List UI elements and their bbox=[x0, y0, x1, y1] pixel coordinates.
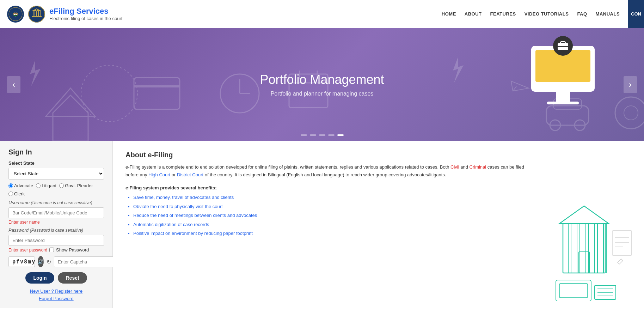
brand-text: eFiling Services Electronic filing of ca… bbox=[49, 7, 122, 21]
svg-point-33 bbox=[624, 106, 638, 120]
nav-video-tutorials[interactable]: VIDEO TUTORIALS bbox=[525, 11, 569, 17]
captcha-value: pfv8my bbox=[8, 256, 35, 267]
benefit-4: Automatic digitization of case records bbox=[133, 221, 533, 228]
nav-about[interactable]: ABOUT bbox=[465, 11, 482, 17]
benefit-2: Obviate the need to physically visit the… bbox=[133, 203, 533, 210]
illustration-panel bbox=[545, 141, 644, 308]
svg-rect-55 bbox=[556, 280, 591, 301]
svg-marker-43 bbox=[559, 206, 609, 224]
about-description: e-Filing system is a complete end to end… bbox=[125, 163, 533, 179]
radio-clerk-input[interactable] bbox=[8, 192, 13, 196]
banner-slide-title: Portfolio Management bbox=[260, 72, 384, 87]
indicator-4[interactable] bbox=[328, 134, 335, 136]
show-password-checkbox[interactable] bbox=[49, 248, 54, 252]
radio-advocate-input[interactable] bbox=[8, 183, 13, 188]
radio-govt-input[interactable] bbox=[59, 183, 64, 188]
benefits-title: e-Filing system provides several benefit… bbox=[125, 185, 533, 190]
svg-rect-47 bbox=[595, 224, 597, 273]
header-brand: 🇮🇳 eFiling Services Electronic filing of… bbox=[7, 6, 122, 23]
indicator-5[interactable] bbox=[337, 134, 344, 136]
svg-marker-24 bbox=[453, 56, 464, 83]
svg-rect-50 bbox=[612, 231, 632, 255]
main-nav: HOME ABOUT FEATURES VIDEO TUTORIALS FAQ … bbox=[442, 0, 637, 28]
login-button[interactable]: Login bbox=[25, 272, 54, 284]
benefit-3: Reduce the need of meetings between clie… bbox=[133, 212, 533, 219]
svg-point-11 bbox=[36, 9, 37, 11]
brand-subtitle: Electronic filing of cases in the court bbox=[49, 16, 122, 21]
svg-rect-8 bbox=[38, 11, 39, 16]
username-input[interactable] bbox=[8, 207, 104, 218]
signin-links: New User ? Register here Forgot Password bbox=[8, 288, 104, 301]
show-password-row: Enter user password Show Password bbox=[8, 247, 104, 253]
captcha-row: pfv8my 🔊 ↻ bbox=[8, 256, 104, 267]
password-input[interactable] bbox=[8, 235, 104, 246]
radio-govt-pleader[interactable]: Govt. Pleader bbox=[59, 183, 93, 188]
username-label: Username (Username is not case sensitive… bbox=[8, 200, 104, 205]
benefits-list: Save time, money, travel of advocates an… bbox=[125, 194, 533, 237]
site-header: 🇮🇳 eFiling Services Electronic filing of… bbox=[0, 0, 644, 28]
svg-rect-56 bbox=[559, 284, 588, 298]
svg-point-32 bbox=[615, 97, 644, 129]
svg-rect-42 bbox=[563, 224, 605, 273]
nav-features[interactable]: FEATURES bbox=[490, 11, 516, 17]
user-type-radio-group: Advocate Litigant Govt. Pleader Clerk bbox=[8, 183, 104, 196]
captcha-audio-button[interactable]: 🔊 bbox=[38, 256, 44, 267]
banner-indicators bbox=[301, 134, 344, 136]
action-buttons: Login Reset bbox=[8, 272, 104, 284]
svg-rect-36 bbox=[556, 92, 570, 102]
svg-rect-49 bbox=[579, 252, 589, 273]
refresh-icon: ↻ bbox=[47, 259, 51, 265]
indicator-1[interactable] bbox=[301, 134, 307, 136]
main-content: Sign In Select State Select State Andhra… bbox=[0, 141, 644, 308]
svg-marker-23 bbox=[30, 60, 41, 86]
monitor-illustration bbox=[524, 35, 602, 121]
svg-rect-7 bbox=[36, 11, 37, 16]
radio-litigant-input[interactable] bbox=[36, 183, 41, 188]
svg-rect-44 bbox=[568, 224, 571, 273]
svg-rect-5 bbox=[33, 11, 33, 16]
password-label: Password (Password is case sensitive) bbox=[8, 227, 104, 233]
benefit-5: Positive impact on environment by reduci… bbox=[133, 230, 533, 237]
ashoka-emblem-icon: 🇮🇳 bbox=[7, 6, 24, 23]
captcha-refresh-button[interactable]: ↻ bbox=[47, 259, 51, 265]
banner-prev-button[interactable]: ‹ bbox=[7, 76, 20, 93]
svg-marker-54 bbox=[618, 259, 623, 264]
show-password-label[interactable]: Show Password bbox=[56, 247, 89, 253]
state-select[interactable]: Select State Andhra Pradesh Maharashtra … bbox=[8, 168, 104, 180]
captcha-input[interactable] bbox=[54, 256, 121, 267]
forgot-password-link[interactable]: Forgot Password bbox=[39, 296, 73, 301]
signin-title: Sign In bbox=[8, 148, 104, 156]
svg-rect-14 bbox=[134, 78, 180, 109]
nav-faq[interactable]: FAQ bbox=[577, 11, 587, 17]
radio-clerk[interactable]: Clerk bbox=[8, 191, 25, 196]
indicator-3[interactable] bbox=[319, 134, 325, 136]
svg-point-25 bbox=[81, 65, 137, 122]
password-error: Enter user password bbox=[8, 248, 47, 253]
radio-litigant[interactable]: Litigant bbox=[36, 183, 56, 188]
nav-con[interactable]: CON bbox=[628, 0, 644, 28]
banner-next-button[interactable]: › bbox=[624, 76, 637, 93]
radio-advocate[interactable]: Advocate bbox=[8, 183, 33, 188]
radio-litigant-label: Litigant bbox=[42, 183, 56, 188]
nav-manuals[interactable]: MANUALS bbox=[596, 11, 620, 17]
svg-rect-37 bbox=[547, 102, 579, 104]
banner-content: Portfolio Management Portfolio and plann… bbox=[260, 72, 384, 97]
radio-advocate-label: Advocate bbox=[14, 183, 33, 188]
svg-rect-46 bbox=[586, 224, 589, 273]
svg-text:🇮🇳: 🇮🇳 bbox=[14, 13, 17, 16]
svg-rect-9 bbox=[40, 11, 41, 16]
register-link[interactable]: New User ? Register here bbox=[30, 288, 83, 294]
hero-banner: ‹ Portfolio Management Portfolio and pla… bbox=[0, 28, 644, 141]
audio-icon: 🔊 bbox=[38, 259, 44, 265]
select-state-label: Select State bbox=[8, 160, 104, 166]
signin-panel: Sign In Select State Select State Andhra… bbox=[0, 141, 113, 308]
about-panel: About e-Filing e-Filing system is a comp… bbox=[113, 141, 545, 308]
about-title: About e-Filing bbox=[125, 151, 533, 159]
reset-button[interactable]: Reset bbox=[58, 272, 87, 284]
nav-home[interactable]: HOME bbox=[442, 11, 456, 17]
benefit-1: Save time, money, travel of advocates an… bbox=[133, 194, 533, 201]
brand-title: eFiling Services bbox=[49, 7, 122, 16]
svg-rect-6 bbox=[35, 11, 35, 16]
indicator-2[interactable] bbox=[310, 134, 316, 136]
radio-clerk-label: Clerk bbox=[14, 191, 25, 196]
